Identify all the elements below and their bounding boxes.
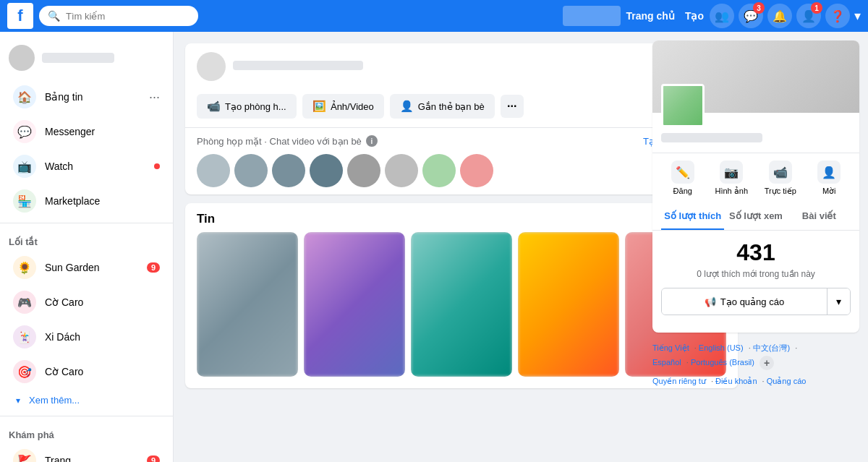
sidebar-item-watch[interactable]: 📺 Watch — [4, 149, 169, 184]
xi-dach-label: Xi Dách — [45, 331, 160, 343]
page-action-dang[interactable]: ✏️ Đăng — [661, 161, 705, 196]
hinh-anh-icon: 📷 — [720, 161, 743, 184]
tag-friends-btn[interactable]: 👤 Gắn thẻ bạn bè — [390, 94, 495, 119]
ad-btn-chevron[interactable]: ▾ — [827, 288, 850, 315]
dang-icon: ✏️ — [671, 161, 694, 184]
room-avatar-8 — [460, 154, 493, 187]
hinh-anh-label: Hình ảnh — [715, 187, 748, 196]
watch-icon: 📺 — [13, 155, 36, 178]
tab-bai-viet[interactable]: Bài viết — [788, 203, 851, 230]
co-caro-1-icon: 🎮 — [13, 291, 36, 314]
footer-chinese[interactable]: 中文(台灣) — [753, 343, 790, 352]
notifications-icon-btn[interactable]: 🔔 — [767, 4, 792, 28]
user-name — [42, 53, 114, 63]
marketplace-icon: 🏪 — [13, 189, 36, 213]
nav-chevron[interactable]: ▾ — [854, 8, 861, 24]
footer-quang-cao[interactable]: Quảng cáo — [767, 377, 807, 385]
page-card: ✏️ Đăng 📷 Hình ảnh 📹 Trực tiếp 👤 Mời — [652, 40, 859, 333]
more-actions-btn[interactable]: ··· — [501, 95, 524, 118]
photo-video-btn[interactable]: 🖼️ Ảnh/Video — [302, 94, 384, 119]
search-bar[interactable]: 🔍 — [39, 6, 198, 26]
footer-tieng-viet[interactable]: Tiếng Việt — [652, 343, 689, 352]
loi-tat-title: Lối tắt — [0, 228, 173, 250]
search-input[interactable] — [66, 11, 190, 22]
watch-label: Watch — [45, 161, 145, 172]
room-info-icon[interactable]: i — [366, 135, 378, 147]
story-4-image — [518, 232, 619, 377]
page-cover — [652, 40, 859, 113]
moi-label: Mời — [822, 187, 836, 196]
marketplace-label: Marketplace — [45, 195, 160, 207]
left-sidebar: 🏠 Bảng tin ··· 💬 Messenger 📺 Watch 🏪 Mar… — [0, 32, 174, 462]
room-avatar-2 — [234, 154, 268, 187]
room-avatar-6 — [385, 154, 418, 187]
moi-icon: 👤 — [817, 161, 841, 184]
page-name-placeholder — [661, 133, 762, 142]
story-1[interactable] — [197, 232, 298, 377]
tab-luot-xem[interactable]: Số lượt xem — [724, 203, 787, 230]
messenger-icon-btn[interactable]: 💬 3 — [739, 4, 763, 28]
page-actions-row: ✏️ Đăng 📷 Hình ảnh 📹 Trực tiếp 👤 Mời — [652, 153, 859, 203]
sidebar-item-xem-them[interactable]: ▾ Xem thêm... — [4, 389, 169, 411]
user-area — [0, 39, 173, 80]
trang-chu-link[interactable]: Trang chủ — [626, 10, 675, 22]
trang-icon: 🚩 — [13, 449, 36, 462]
co-caro-1-label: Cờ Caro — [45, 296, 160, 308]
sidebar-item-messenger[interactable]: 💬 Messenger — [4, 114, 169, 149]
room-avatar-7 — [422, 154, 456, 187]
sidebar-item-xi-dach[interactable]: 🃏 Xi Dách — [4, 320, 169, 354]
story-3[interactable] — [411, 232, 512, 377]
footer-plus-btn[interactable]: + — [760, 356, 774, 370]
friend-badge: 1 — [811, 2, 822, 14]
photo-video-label: Ảnh/Video — [331, 101, 374, 112]
friends-icon-btn[interactable]: 👥 — [710, 4, 734, 28]
story-2[interactable] — [304, 232, 405, 377]
facebook-logo: f — [7, 3, 33, 29]
room-avatar-5 — [347, 154, 380, 187]
topnav: f 🔍 Trang chủ Tạo 👥 💬 3 🔔 👤 1 ❓ ▾ — [0, 0, 868, 32]
footer-espanol[interactable]: Español — [652, 358, 681, 367]
stats-tabs: Số lượt thích Số lượt xem Bài viết — [652, 203, 859, 231]
page-action-truc-tiep[interactable]: 📹 Trực tiếp — [759, 161, 802, 196]
story-4[interactable] — [518, 232, 619, 377]
messenger-sidebar-icon: 💬 — [13, 120, 36, 143]
tab-luot-thich[interactable]: Số lượt thích — [661, 203, 724, 230]
sun-garden-label: Sun Garden — [45, 262, 138, 273]
page-action-moi[interactable]: 👤 Mời — [808, 161, 851, 196]
tag-friends-label: Gắn thẻ bạn bè — [418, 101, 485, 112]
bang-tin-icon: 🏠 — [13, 85, 36, 108]
add-friend-icon-btn[interactable]: 👤 1 — [796, 4, 821, 28]
megaphone-icon: 📢 — [705, 296, 716, 307]
help-icon-btn[interactable]: ❓ — [825, 4, 850, 28]
sidebar-item-trang[interactable]: 🚩 Trang 9 — [4, 443, 169, 462]
create-room-label: Tạo phòng h... — [225, 101, 286, 112]
stats-number: 431 — [661, 231, 851, 269]
page-photo-inner — [663, 86, 702, 125]
footer-english[interactable]: English (US) — [699, 343, 744, 352]
sidebar-item-marketplace[interactable]: 🏪 Marketplace — [4, 184, 169, 218]
sun-garden-icon: 🌻 — [13, 256, 36, 279]
footer-quyen-rieng-tu[interactable]: Quyền riêng tư — [652, 377, 706, 385]
create-ad-btn[interactable]: 📢 Tạo quảng cáo — [662, 289, 827, 315]
footer-portugues[interactable]: Português (Brasil) — [691, 358, 754, 367]
truc-tiep-icon: 📹 — [769, 161, 792, 184]
story-2-image — [304, 232, 405, 377]
bang-tin-more[interactable]: ··· — [149, 90, 160, 105]
page-action-hinh-anh[interactable]: 📷 Hình ảnh — [710, 161, 754, 196]
sidebar-item-sun-garden[interactable]: 🌻 Sun Garden 9 — [4, 250, 169, 285]
sidebar-item-co-caro-1[interactable]: 🎮 Cờ Caro — [4, 285, 169, 320]
ad-btn-label: Tạo quảng cáo — [720, 296, 784, 307]
footer-dieu-khoan[interactable]: Điều khoản — [715, 377, 757, 385]
nav-links: Trang chủ Tạo — [626, 10, 704, 22]
messenger-label: Messenger — [45, 126, 160, 137]
sidebar-item-co-caro-2[interactable]: 🎯 Cờ Caro — [4, 354, 169, 389]
xi-dach-icon: 🃏 — [13, 325, 36, 348]
page-photo — [661, 84, 705, 127]
xem-them-label: Xem thêm... — [29, 395, 160, 406]
bell-icon: 🔔 — [773, 9, 787, 23]
tao-link[interactable]: Tạo — [685, 10, 704, 22]
create-room-btn[interactable]: 📹 Tạo phòng h... — [197, 94, 297, 119]
sidebar-item-bang-tin[interactable]: 🏠 Bảng tin ··· — [4, 80, 169, 114]
room-title-row: Phòng họp mặt · Chat video với bạn bè i — [197, 135, 378, 147]
story-3-image — [411, 232, 512, 377]
